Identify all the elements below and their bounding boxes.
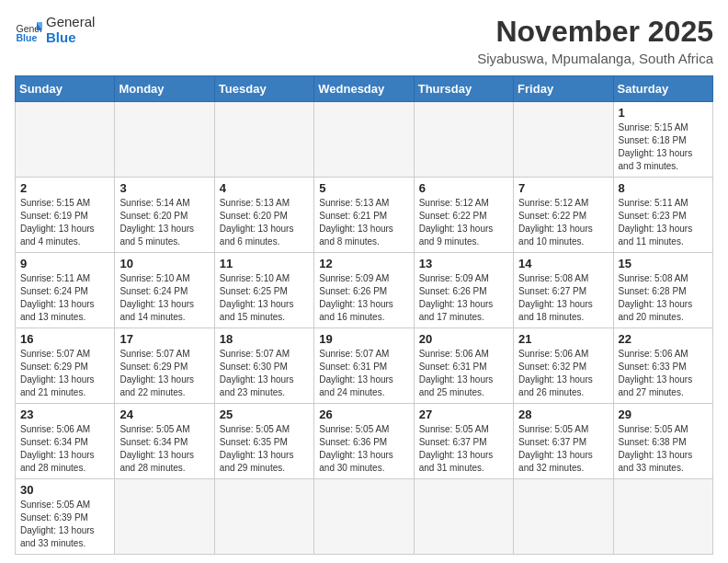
day-info: Sunrise: 5:14 AM Sunset: 6:20 PM Dayligh…: [119, 197, 209, 248]
calendar-subtitle: Siyabuswa, Mpumalanga, South Africa: [477, 51, 713, 66]
calendar-table: SundayMondayTuesdayWednesdayThursdayFrid…: [15, 75, 713, 555]
logo-blue: Blue: [46, 30, 95, 46]
calendar-cell: 10Sunrise: 5:10 AM Sunset: 6:24 PM Dayli…: [115, 253, 214, 328]
calendar-cell: [214, 479, 313, 555]
week-row-3: 16Sunrise: 5:07 AM Sunset: 6:29 PM Dayli…: [16, 328, 713, 404]
calendar-cell: 20Sunrise: 5:06 AM Sunset: 6:31 PM Dayli…: [414, 328, 513, 404]
day-info: Sunrise: 5:05 AM Sunset: 6:37 PM Dayligh…: [419, 423, 508, 475]
calendar-cell: 22Sunrise: 5:06 AM Sunset: 6:33 PM Dayli…: [613, 328, 712, 404]
calendar-cell: [314, 102, 414, 178]
calendar-cell: 18Sunrise: 5:07 AM Sunset: 6:30 PM Dayli…: [214, 328, 313, 404]
day-number: 29: [619, 408, 708, 421]
week-row-4: 23Sunrise: 5:06 AM Sunset: 6:34 PM Dayli…: [16, 404, 713, 479]
day-number: 17: [119, 332, 209, 346]
day-info: Sunrise: 5:06 AM Sunset: 6:34 PM Dayligh…: [20, 423, 109, 475]
logo-general: General: [46, 15, 95, 30]
day-info: Sunrise: 5:12 AM Sunset: 6:22 PM Dayligh…: [419, 197, 508, 248]
day-number: 26: [319, 408, 408, 421]
day-number: 5: [319, 181, 408, 195]
week-row-1: 2Sunrise: 5:15 AM Sunset: 6:19 PM Daylig…: [16, 178, 713, 253]
calendar-cell: 1Sunrise: 5:15 AM Sunset: 6:18 PM Daylig…: [613, 102, 712, 178]
logo: General Blue General Blue: [15, 15, 95, 45]
day-info: Sunrise: 5:07 AM Sunset: 6:29 PM Dayligh…: [20, 348, 109, 399]
calendar-cell: 4Sunrise: 5:13 AM Sunset: 6:20 PM Daylig…: [214, 178, 313, 253]
calendar-cell: 27Sunrise: 5:05 AM Sunset: 6:37 PM Dayli…: [414, 404, 513, 479]
logo-icon: General Blue: [15, 17, 42, 44]
calendar-cell: 8Sunrise: 5:11 AM Sunset: 6:23 PM Daylig…: [613, 178, 712, 253]
calendar-cell: 28Sunrise: 5:05 AM Sunset: 6:37 PM Dayli…: [514, 404, 613, 479]
calendar-cell: 23Sunrise: 5:06 AM Sunset: 6:34 PM Dayli…: [16, 404, 115, 479]
day-number: 22: [619, 332, 708, 346]
weekday-header-friday: Friday: [514, 76, 613, 102]
day-number: 10: [119, 257, 209, 270]
day-number: 12: [319, 257, 408, 270]
calendar-cell: 19Sunrise: 5:07 AM Sunset: 6:31 PM Dayli…: [314, 328, 414, 404]
day-number: 2: [20, 181, 109, 195]
day-number: 20: [419, 332, 508, 346]
week-row-5: 30Sunrise: 5:05 AM Sunset: 6:39 PM Dayli…: [16, 479, 713, 555]
day-info: Sunrise: 5:10 AM Sunset: 6:24 PM Dayligh…: [119, 272, 209, 324]
day-info: Sunrise: 5:07 AM Sunset: 6:30 PM Dayligh…: [220, 348, 309, 399]
day-number: 16: [20, 332, 109, 346]
day-number: 30: [20, 483, 109, 497]
svg-text:Blue: Blue: [17, 32, 38, 43]
day-number: 9: [20, 257, 109, 270]
day-number: 13: [419, 257, 508, 270]
day-number: 3: [119, 181, 209, 195]
day-number: 11: [220, 257, 309, 270]
header: General Blue General Blue November 2025 …: [15, 15, 713, 66]
day-info: Sunrise: 5:08 AM Sunset: 6:27 PM Dayligh…: [518, 272, 608, 324]
day-info: Sunrise: 5:09 AM Sunset: 6:26 PM Dayligh…: [319, 272, 408, 324]
day-info: Sunrise: 5:07 AM Sunset: 6:31 PM Dayligh…: [319, 348, 408, 399]
calendar-cell: [414, 102, 513, 178]
weekday-header-wednesday: Wednesday: [314, 76, 414, 102]
calendar-cell: 25Sunrise: 5:05 AM Sunset: 6:35 PM Dayli…: [214, 404, 313, 479]
weekday-header-sunday: Sunday: [16, 76, 115, 102]
calendar-cell: [514, 102, 613, 178]
day-number: 4: [220, 181, 309, 195]
weekday-header-monday: Monday: [115, 76, 214, 102]
day-number: 28: [518, 408, 608, 421]
day-info: Sunrise: 5:13 AM Sunset: 6:20 PM Dayligh…: [220, 197, 309, 248]
day-info: Sunrise: 5:13 AM Sunset: 6:21 PM Dayligh…: [319, 197, 408, 248]
calendar-cell: 9Sunrise: 5:11 AM Sunset: 6:24 PM Daylig…: [16, 253, 115, 328]
weekday-header-row: SundayMondayTuesdayWednesdayThursdayFrid…: [16, 76, 713, 102]
day-info: Sunrise: 5:05 AM Sunset: 6:36 PM Dayligh…: [319, 423, 408, 475]
weekday-header-thursday: Thursday: [414, 76, 513, 102]
calendar-cell: 15Sunrise: 5:08 AM Sunset: 6:28 PM Dayli…: [613, 253, 712, 328]
day-number: 21: [518, 332, 608, 346]
calendar-cell: 2Sunrise: 5:15 AM Sunset: 6:19 PM Daylig…: [16, 178, 115, 253]
calendar-cell: 21Sunrise: 5:06 AM Sunset: 6:32 PM Dayli…: [514, 328, 613, 404]
calendar-cell: 5Sunrise: 5:13 AM Sunset: 6:21 PM Daylig…: [314, 178, 414, 253]
calendar-body: 1Sunrise: 5:15 AM Sunset: 6:18 PM Daylig…: [16, 102, 713, 555]
day-info: Sunrise: 5:08 AM Sunset: 6:28 PM Dayligh…: [619, 272, 708, 324]
day-info: Sunrise: 5:06 AM Sunset: 6:33 PM Dayligh…: [619, 348, 708, 399]
calendar-cell: [115, 479, 214, 555]
title-area: November 2025 Siyabuswa, Mpumalanga, Sou…: [477, 15, 713, 66]
calendar-cell: [16, 102, 115, 178]
day-number: 25: [220, 408, 309, 421]
calendar-cell: [613, 479, 712, 555]
calendar-cell: 11Sunrise: 5:10 AM Sunset: 6:25 PM Dayli…: [214, 253, 313, 328]
week-row-0: 1Sunrise: 5:15 AM Sunset: 6:18 PM Daylig…: [16, 102, 713, 178]
day-info: Sunrise: 5:07 AM Sunset: 6:29 PM Dayligh…: [119, 348, 209, 399]
calendar-cell: 3Sunrise: 5:14 AM Sunset: 6:20 PM Daylig…: [115, 178, 214, 253]
day-number: 23: [20, 408, 109, 421]
calendar-title: November 2025: [477, 15, 713, 49]
calendar-cell: 17Sunrise: 5:07 AM Sunset: 6:29 PM Dayli…: [115, 328, 214, 404]
day-info: Sunrise: 5:05 AM Sunset: 6:39 PM Dayligh…: [20, 499, 109, 550]
calendar-cell: 6Sunrise: 5:12 AM Sunset: 6:22 PM Daylig…: [414, 178, 513, 253]
day-info: Sunrise: 5:06 AM Sunset: 6:32 PM Dayligh…: [518, 348, 608, 399]
calendar-cell: 29Sunrise: 5:05 AM Sunset: 6:38 PM Dayli…: [613, 404, 712, 479]
week-row-2: 9Sunrise: 5:11 AM Sunset: 6:24 PM Daylig…: [16, 253, 713, 328]
day-info: Sunrise: 5:09 AM Sunset: 6:26 PM Dayligh…: [419, 272, 508, 324]
day-info: Sunrise: 5:05 AM Sunset: 6:37 PM Dayligh…: [518, 423, 608, 475]
day-number: 14: [518, 257, 608, 270]
day-info: Sunrise: 5:11 AM Sunset: 6:24 PM Dayligh…: [20, 272, 109, 324]
day-number: 6: [419, 181, 508, 195]
day-info: Sunrise: 5:06 AM Sunset: 6:31 PM Dayligh…: [419, 348, 508, 399]
day-number: 8: [619, 181, 708, 195]
day-info: Sunrise: 5:05 AM Sunset: 6:34 PM Dayligh…: [119, 423, 209, 475]
day-info: Sunrise: 5:12 AM Sunset: 6:22 PM Dayligh…: [518, 197, 608, 248]
day-number: 18: [220, 332, 309, 346]
